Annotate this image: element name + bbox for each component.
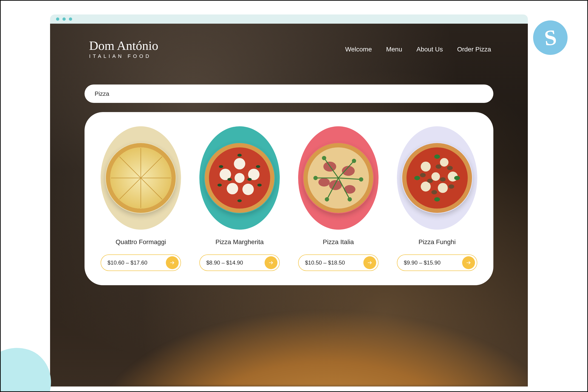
svg-point-54 <box>414 176 420 180</box>
svg-point-16 <box>219 165 223 168</box>
add-to-cart-button[interactable] <box>462 256 475 269</box>
arrow-right-icon <box>466 260 472 266</box>
product-image <box>402 142 473 214</box>
header: Dom António ITALIAN FOOD Welcome Menu Ab… <box>50 24 528 59</box>
svg-point-51 <box>434 154 440 159</box>
svg-point-49 <box>427 179 433 183</box>
primary-nav: Welcome Menu About Us Order Pizza <box>345 46 491 53</box>
svg-point-31 <box>352 159 356 163</box>
brand-badge: S <box>533 20 568 55</box>
nav-welcome[interactable]: Welcome <box>345 46 372 53</box>
svg-point-15 <box>238 154 242 156</box>
product-image <box>204 142 275 214</box>
arrow-right-icon <box>367 260 373 266</box>
nav-about-us[interactable]: About Us <box>416 46 443 53</box>
window-dot <box>69 18 72 21</box>
svg-point-18 <box>218 184 222 186</box>
brand-badge-letter: S <box>543 24 558 51</box>
add-to-cart-button[interactable] <box>166 256 179 269</box>
product-card[interactable]: Quattro Formaggi $10.60 – $17.60 <box>95 126 186 271</box>
svg-point-32 <box>359 177 363 182</box>
product-name: Quattro Formaggi <box>95 238 186 246</box>
product-name: Pizza Margherita <box>194 238 285 246</box>
svg-point-44 <box>420 173 426 177</box>
product-card[interactable]: Pizza Italia $10.50 – $18.50 <box>292 126 384 271</box>
window-dot <box>62 18 66 21</box>
svg-point-30 <box>322 156 326 160</box>
product-price: $10.50 – $18.50 <box>305 260 345 266</box>
browser-window: Dom António ITALIAN FOOD Welcome Menu Ab… <box>50 14 528 386</box>
arrow-right-icon <box>169 260 175 266</box>
product-name: Pizza Italia <box>292 238 384 246</box>
svg-point-21 <box>228 178 232 181</box>
product-image-bg <box>397 126 477 230</box>
product-price: $8.90 – $14.90 <box>206 260 243 266</box>
product-image-bg <box>298 126 378 230</box>
svg-point-14 <box>234 173 244 183</box>
svg-point-39 <box>440 158 448 166</box>
svg-point-53 <box>434 197 440 202</box>
product-image <box>105 142 176 214</box>
svg-point-45 <box>436 164 442 169</box>
svg-point-22 <box>247 178 252 181</box>
svg-point-42 <box>421 182 431 192</box>
product-image <box>303 142 374 214</box>
svg-point-46 <box>447 166 453 170</box>
product-card[interactable]: Pizza Funghi $9.90 – $15.90 <box>392 126 483 271</box>
product-image-bg <box>199 126 280 230</box>
svg-point-34 <box>325 197 329 202</box>
product-image-bg <box>100 126 181 230</box>
product-card[interactable]: Pizza Margherita $8.90 – $14.90 <box>194 126 285 271</box>
svg-point-29 <box>318 178 330 186</box>
arrow-right-icon <box>268 260 274 266</box>
svg-point-47 <box>448 184 454 189</box>
svg-point-43 <box>431 172 440 181</box>
product-name: Pizza Funghi <box>392 238 483 246</box>
add-to-cart-button[interactable] <box>363 256 376 269</box>
nav-order-pizza[interactable]: Order Pizza <box>457 46 491 53</box>
svg-point-48 <box>431 190 437 194</box>
svg-point-33 <box>348 197 352 202</box>
svg-point-41 <box>438 183 448 193</box>
brand-name: Dom António <box>89 39 158 52</box>
search-results-panel: Quattro Formaggi $10.60 – $17.60 <box>84 112 493 285</box>
product-price-bar: $10.50 – $18.50 <box>298 254 378 271</box>
nav-menu[interactable]: Menu <box>386 46 402 53</box>
svg-point-52 <box>454 176 460 180</box>
page-hero: Dom António ITALIAN FOOD Welcome Menu Ab… <box>50 24 528 386</box>
svg-point-20 <box>238 199 242 202</box>
window-dot <box>56 18 59 21</box>
product-price-bar: $8.90 – $14.90 <box>199 254 280 271</box>
product-price-bar: $9.90 – $15.90 <box>397 254 477 271</box>
product-price: $9.90 – $15.90 <box>404 260 440 266</box>
search-input[interactable] <box>95 90 483 97</box>
svg-point-17 <box>256 165 260 168</box>
product-price-bar: $10.60 – $17.60 <box>100 254 181 271</box>
svg-point-50 <box>440 177 446 182</box>
add-to-cart-button[interactable] <box>264 256 278 269</box>
brand[interactable]: Dom António ITALIAN FOOD <box>89 39 158 59</box>
svg-point-19 <box>258 184 262 186</box>
svg-point-35 <box>314 176 318 180</box>
brand-tagline: ITALIAN FOOD <box>89 53 158 59</box>
svg-point-38 <box>421 162 431 172</box>
svg-point-13 <box>242 184 254 195</box>
svg-point-12 <box>227 183 238 194</box>
product-price: $10.60 – $17.60 <box>108 260 148 266</box>
browser-titlebar <box>50 14 528 24</box>
search-bar[interactable] <box>84 84 493 103</box>
svg-point-9 <box>234 158 245 170</box>
